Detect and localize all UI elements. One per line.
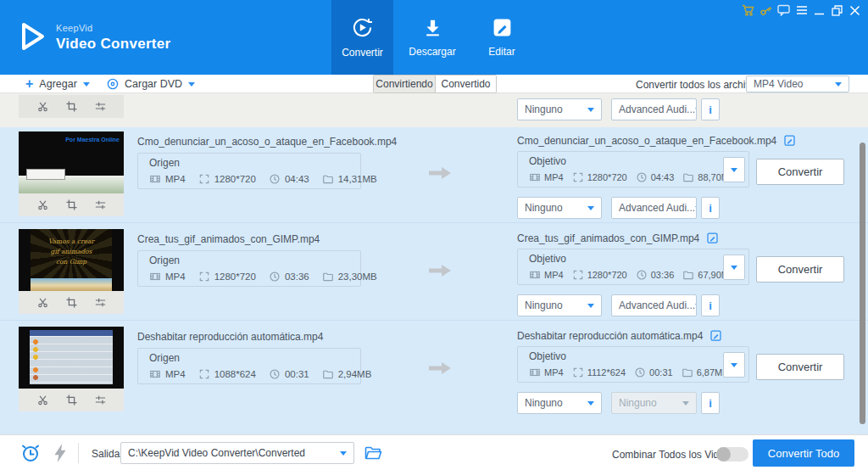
arrow-right-icon [429, 265, 451, 277]
effects-icon[interactable] [94, 394, 107, 406]
resolution-icon [572, 366, 584, 378]
close-icon[interactable] [849, 4, 861, 16]
menu-icon[interactable] [795, 4, 808, 16]
merge-videos-toggle[interactable] [716, 447, 748, 462]
film-icon [529, 366, 541, 378]
crop-icon[interactable] [65, 394, 78, 406]
rename-icon[interactable] [783, 134, 796, 147]
add-label: Agregar [39, 78, 76, 90]
trim-icon[interactable] [36, 296, 49, 309]
restore-icon[interactable] [831, 4, 843, 16]
tab-editar[interactable]: Editar [473, 0, 531, 75]
video-thumbnail[interactable]: Por Maestra Online [19, 131, 124, 216]
crop-icon[interactable] [65, 296, 78, 309]
origin-format: MP4 [149, 368, 186, 380]
schedule-icon[interactable] [20, 443, 41, 463]
trim-icon[interactable] [36, 100, 49, 113]
target-duration: 00:31 [634, 366, 673, 378]
trim-icon[interactable] [36, 394, 49, 406]
origin-format: MP4 [149, 173, 186, 185]
convert-button[interactable]: Convertir [756, 256, 844, 283]
clock-icon [269, 368, 281, 380]
target-format: MP4 [529, 366, 564, 378]
convert-all-button[interactable]: Convertir Todo [753, 439, 854, 467]
preset-dropdown-button[interactable] [723, 157, 745, 182]
thumbnail-toolbar [19, 95, 124, 118]
origin-resolution: 1280*720 [198, 271, 256, 283]
target-filename: Deshabitar reproducción automática.mp4 [517, 330, 703, 342]
download-icon [422, 17, 443, 38]
origin-resolution: 1280*720 [198, 173, 256, 185]
info-button[interactable]: i [701, 294, 720, 316]
add-button[interactable]: + Agregar [25, 75, 90, 93]
minimize-icon[interactable] [813, 4, 826, 16]
subtitle-dropdown[interactable]: Ninguno [517, 294, 602, 316]
crop-icon[interactable] [65, 100, 78, 113]
feedback-icon[interactable] [777, 4, 790, 16]
tab-convirtiendo[interactable]: Convirtiendo [374, 76, 435, 92]
header: KeepVid Video Converter Convertir Descar… [0, 0, 868, 75]
origin-duration: 03:36 [269, 271, 309, 283]
subtitle-value: Ninguno [525, 299, 563, 311]
effects-icon[interactable] [94, 199, 107, 211]
effects-icon[interactable] [94, 296, 107, 309]
audio-dropdown[interactable]: Advanced Audi... [611, 197, 697, 219]
rename-icon[interactable] [709, 329, 722, 342]
key-icon[interactable] [757, 2, 774, 19]
logo-brand: KeepVid [56, 23, 171, 35]
crop-icon[interactable] [65, 199, 78, 211]
target-resolution: 1280*720 [572, 171, 627, 183]
convert-button[interactable]: Convertir [756, 354, 844, 380]
tab-convertido[interactable]: Convertido [435, 76, 496, 92]
target-filename: Crea_tus_gif_animados_con_GIMP.mp4 [517, 232, 699, 244]
chevron-down-icon [188, 82, 195, 87]
load-dvd-button[interactable]: Cargar DVD [107, 75, 195, 93]
output-format-dropdown[interactable]: MP4 Video [746, 76, 849, 92]
file-row: Por Maestra Online Cmo_denunciar_un_acos… [0, 129, 868, 220]
chevron-down-icon [731, 266, 737, 270]
rename-icon[interactable] [706, 232, 719, 244]
vertical-scrollbar[interactable] [860, 143, 865, 424]
folder-icon [682, 171, 694, 183]
video-thumbnail[interactable]: Vamos a crear gif animados con Gimp [19, 229, 124, 314]
origin-size: 23,30MB [322, 271, 377, 283]
clock-icon [269, 271, 281, 283]
chevron-down-icon [587, 108, 594, 112]
origin-duration: 04:43 [269, 173, 309, 185]
convert-button[interactable]: Convertir [756, 159, 844, 185]
info-button[interactable]: i [701, 98, 720, 120]
preset-dropdown-button[interactable] [723, 255, 745, 280]
info-button[interactable]: i [701, 392, 720, 414]
output-path-field[interactable] [120, 442, 354, 464]
audio-dropdown[interactable]: Advanced Audi... [611, 294, 697, 316]
cart-icon[interactable] [742, 4, 754, 16]
folder-icon [322, 271, 334, 283]
subtitle-dropdown[interactable]: Ninguno [517, 98, 602, 120]
tab-convertir[interactable]: Convertir [331, 0, 393, 75]
subtitle-dropdown[interactable]: Ninguno [517, 197, 602, 219]
target-format: MP4 [529, 171, 564, 183]
thumbnail-beach [31, 278, 112, 291]
target-specs: MP4 1112*624 00:31 6,87MB [529, 366, 729, 378]
tab-editar-label: Editar [488, 46, 515, 58]
info-button[interactable]: i [701, 197, 720, 219]
trim-icon[interactable] [36, 199, 49, 211]
video-thumbnail[interactable] [19, 327, 124, 411]
thumbnail-list [30, 336, 113, 384]
chevron-down-icon [587, 206, 594, 210]
origin-size: 2,94MB [322, 368, 372, 380]
target-duration: 03:36 [636, 269, 675, 281]
chevron-down-icon[interactable] [340, 451, 347, 456]
high-speed-icon[interactable] [54, 444, 66, 462]
toggle-knob [716, 447, 731, 462]
subtitle-dropdown[interactable]: Ninguno [517, 392, 602, 414]
audio-dropdown[interactable]: Advanced Audi... [611, 98, 697, 120]
open-folder-icon[interactable] [364, 445, 382, 461]
output-label: Salida: [92, 448, 123, 460]
chevron-down-icon [587, 401, 594, 406]
preset-dropdown-button[interactable] [723, 352, 745, 378]
effects-icon[interactable] [94, 100, 107, 113]
film-icon [149, 173, 161, 185]
tab-descargar[interactable]: Descargar [403, 0, 461, 75]
output-path-input[interactable] [128, 447, 335, 459]
